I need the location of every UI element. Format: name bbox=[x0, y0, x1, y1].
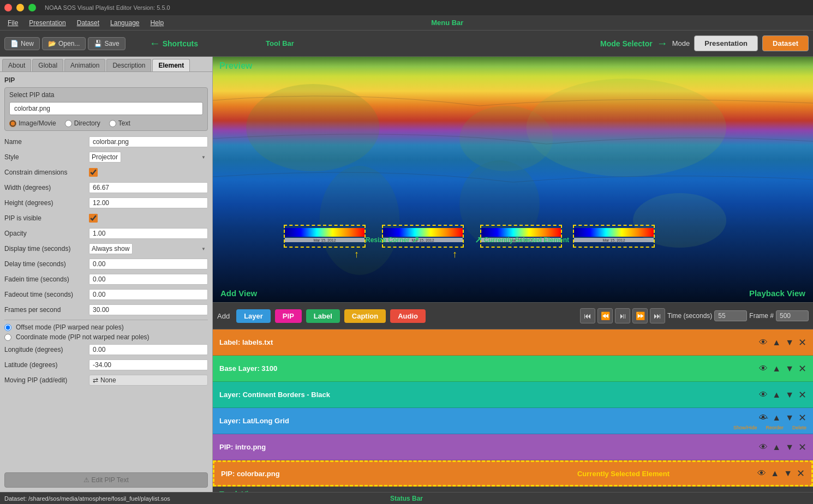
tab-global[interactable]: Global bbox=[32, 59, 63, 71]
display-time-select[interactable]: Always show 01510 bbox=[89, 243, 133, 254]
fadein-label: Fadein time (seconds) bbox=[4, 275, 89, 283]
track-latlong-controls: 👁 ▲ ▼ ✕ Show/Hide Reorder Delete bbox=[733, 412, 806, 430]
height-input[interactable] bbox=[89, 197, 208, 208]
menu-language[interactable]: Language bbox=[105, 17, 145, 29]
track-base-layer-eye[interactable]: 👁 bbox=[759, 364, 768, 374]
pip-element-4[interactable]: Mar 15, 2012 bbox=[573, 225, 655, 248]
coord-mode-radio[interactable] bbox=[4, 334, 11, 341]
map-contours bbox=[213, 57, 813, 302]
pip-element-1[interactable]: Mar 15, 2012 ↑ bbox=[284, 225, 366, 248]
radio-image-movie[interactable]: Image/Movie bbox=[9, 119, 56, 127]
pip-file-input[interactable]: colorbar.png bbox=[9, 102, 203, 115]
width-input[interactable] bbox=[89, 182, 208, 193]
add-caption-button[interactable]: Caption bbox=[344, 309, 386, 323]
add-layer-button[interactable]: Layer bbox=[236, 309, 271, 323]
latitude-input[interactable] bbox=[89, 359, 208, 370]
delay-input[interactable] bbox=[89, 259, 208, 269]
moving-pip-label: Moving PIP (add/edit) bbox=[4, 376, 89, 384]
track-label-delete[interactable]: ✕ bbox=[798, 337, 806, 349]
latitude-row: Latitude (degrees) bbox=[4, 358, 208, 371]
fast-forward-button[interactable]: ⏩ bbox=[632, 308, 648, 323]
tab-element[interactable]: Element bbox=[152, 59, 190, 71]
radio-directory[interactable]: Directory bbox=[65, 119, 100, 127]
style-row: Style Projector Flat 3D bbox=[4, 151, 208, 164]
track-latlong-eye[interactable]: 👁 bbox=[759, 413, 768, 423]
name-input[interactable] bbox=[89, 136, 208, 147]
track-view: Label: labels.txt 👁 ▲ ▼ ✕ Base Layer: 31… bbox=[213, 329, 813, 492]
track-base-layer-up[interactable]: ▲ bbox=[772, 364, 781, 374]
track-base-layer-down[interactable]: ▼ bbox=[785, 364, 794, 374]
reorder-label: Reorder bbox=[766, 425, 784, 430]
visible-label: PIP is visible bbox=[4, 214, 89, 222]
time-label: Time (seconds) bbox=[667, 312, 712, 320]
maximize-btn[interactable] bbox=[28, 4, 36, 11]
fadeout-input[interactable] bbox=[89, 289, 208, 300]
fps-input[interactable] bbox=[89, 304, 208, 315]
track-label-eye[interactable]: 👁 bbox=[759, 338, 768, 347]
track-pip-colorbar[interactable]: PIP: colorbar.png Currently Selected Ele… bbox=[213, 460, 813, 487]
track-pip-intro: PIP: intro.png 👁 ▲ ▼ ✕ bbox=[213, 434, 813, 460]
track-base-layer: Base Layer: 3100 👁 ▲ ▼ ✕ bbox=[213, 356, 813, 382]
track-pip-intro-up[interactable]: ▲ bbox=[772, 442, 781, 452]
offset-mode-label: Offset mode (PIP warped near poles) bbox=[16, 323, 124, 331]
time-input[interactable]: 55 bbox=[714, 310, 747, 321]
track-pip-colorbar-down[interactable]: ▼ bbox=[784, 469, 792, 478]
time-field: Time (seconds) 55 bbox=[667, 310, 747, 321]
tab-animation[interactable]: Animation bbox=[64, 59, 105, 71]
track-base-layer-delete[interactable]: ✕ bbox=[798, 363, 806, 375]
delay-label: Delay time (seconds) bbox=[4, 260, 89, 268]
track-pip-colorbar-delete[interactable]: ✕ bbox=[797, 467, 805, 479]
opacity-row: Opacity bbox=[4, 227, 208, 240]
track-continent-up[interactable]: ▲ bbox=[772, 390, 781, 400]
play-pause-button[interactable]: ⏯ bbox=[615, 308, 630, 323]
track-pip-intro-delete[interactable]: ✕ bbox=[798, 441, 806, 453]
skip-to-start-button[interactable]: ⏮ bbox=[580, 308, 595, 323]
add-audio-button[interactable]: Audio bbox=[390, 309, 426, 323]
skip-to-end-button[interactable]: ⏭ bbox=[650, 308, 665, 323]
menu-presentation[interactable]: Presentation bbox=[23, 17, 71, 29]
menu-file[interactable]: File bbox=[2, 17, 23, 29]
dataset-mode-button[interactable]: Dataset bbox=[762, 35, 809, 51]
menu-dataset[interactable]: Dataset bbox=[71, 17, 105, 29]
rewind-button[interactable]: ⏪ bbox=[597, 308, 613, 323]
new-button[interactable]: 📄 New bbox=[4, 37, 40, 50]
add-label-button[interactable]: Label bbox=[306, 309, 340, 323]
constrain-checkbox[interactable] bbox=[89, 168, 98, 177]
track-label-up[interactable]: ▲ bbox=[772, 338, 781, 347]
fadeout-row: Fadeout time (seconds) bbox=[4, 288, 208, 301]
open-button[interactable]: 📂 Open... bbox=[42, 37, 86, 50]
track-continent-down[interactable]: ▼ bbox=[785, 390, 794, 400]
track-latlong-up[interactable]: ▲ bbox=[772, 413, 781, 423]
moving-pip-button[interactable]: ⇄ None bbox=[89, 375, 208, 386]
frame-input[interactable]: 500 bbox=[776, 310, 809, 321]
edit-pip-text-button[interactable]: ⚠ Edit PIP Text bbox=[4, 472, 208, 488]
track-pip-colorbar-eye[interactable]: 👁 bbox=[757, 469, 766, 478]
track-continent-eye[interactable]: 👁 bbox=[759, 390, 768, 400]
menu-help[interactable]: Help bbox=[145, 17, 169, 29]
track-pip-intro-eye[interactable]: 👁 bbox=[759, 442, 768, 452]
track-label-down[interactable]: ▼ bbox=[785, 338, 794, 347]
select-pip-label: Select PIP data bbox=[9, 91, 203, 99]
tab-about[interactable]: About bbox=[2, 59, 31, 71]
opacity-input[interactable] bbox=[89, 228, 208, 239]
track-latlong-down[interactable]: ▼ bbox=[785, 413, 794, 423]
track-continent-delete[interactable]: ✕ bbox=[798, 389, 806, 401]
radio-text[interactable]: Text bbox=[109, 119, 130, 127]
style-select[interactable]: Projector Flat 3D bbox=[89, 152, 121, 163]
offset-mode-radio[interactable] bbox=[4, 324, 11, 331]
minimize-btn[interactable] bbox=[16, 4, 24, 11]
opacity-label: Opacity bbox=[4, 230, 89, 237]
presentation-mode-button[interactable]: Presentation bbox=[694, 35, 758, 51]
track-pip-intro-down[interactable]: ▼ bbox=[785, 442, 794, 452]
add-pip-button[interactable]: PIP bbox=[275, 309, 302, 323]
fadein-input[interactable] bbox=[89, 274, 208, 285]
close-btn[interactable] bbox=[4, 4, 12, 11]
track-pip-colorbar-up[interactable]: ▲ bbox=[770, 469, 779, 478]
pip1-arrow: ↑ bbox=[354, 249, 359, 260]
save-button[interactable]: 💾 Save bbox=[88, 37, 125, 50]
tab-description[interactable]: Description bbox=[106, 59, 151, 71]
track-latlong-delete[interactable]: ✕ bbox=[798, 412, 806, 424]
visible-checkbox[interactable] bbox=[89, 214, 98, 223]
menubar-label: Menu Bar bbox=[431, 19, 463, 27]
longitude-input[interactable] bbox=[89, 344, 208, 355]
